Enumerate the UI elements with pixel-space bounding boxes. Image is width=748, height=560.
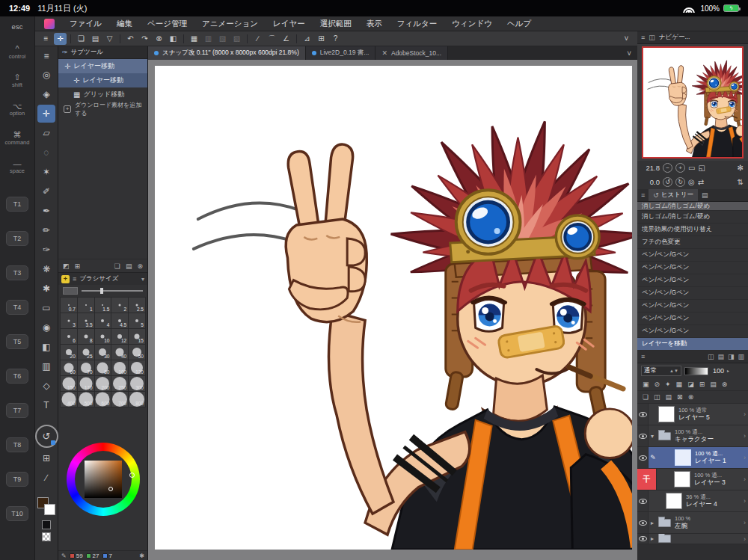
airbrush-tool-icon[interactable]: ❋ xyxy=(37,260,55,278)
decoration-tool-icon[interactable]: ✱ xyxy=(37,280,55,298)
new-raster-layer-icon[interactable]: ❏ xyxy=(643,393,649,401)
slider-handle[interactable] xyxy=(100,288,103,294)
history-entry[interactable]: ペン/ペン/Gペン xyxy=(637,262,748,274)
subtool-panel-tab[interactable]: ✑ サブツール xyxy=(58,46,147,59)
grid-icon[interactable]: ▦ xyxy=(188,33,200,45)
layer-mask-icon[interactable]: ▦ xyxy=(676,381,683,388)
redo-icon[interactable]: ↷ xyxy=(138,33,151,45)
export-icon[interactable]: ▽ xyxy=(103,33,116,45)
layer-row-chevron-icon[interactable]: › xyxy=(744,497,746,505)
fill-icon[interactable]: ◧ xyxy=(167,33,180,45)
history-entry[interactable]: ペン/ペン/Gペン xyxy=(637,287,748,300)
brush-size-cell[interactable]: 20 xyxy=(61,345,78,360)
layer-palette-icon[interactable]: ◫ xyxy=(708,353,714,360)
actual-size-icon[interactable]: ◱ xyxy=(698,163,705,173)
layer-row-chevron-icon[interactable]: › xyxy=(744,519,746,526)
modifier-key[interactable]: ⌥ option xyxy=(10,102,25,117)
lock-transparent-pixel-icon[interactable]: ✦ xyxy=(665,381,671,388)
brush-size-cell[interactable]: 6 xyxy=(61,329,78,345)
menu-item[interactable]: レイヤー xyxy=(266,19,313,29)
brush-size-cell[interactable]: 2 xyxy=(111,298,129,313)
pen-tool-icon[interactable]: ✒ xyxy=(37,202,55,220)
modifier-key[interactable]: ^ control xyxy=(9,45,26,59)
history-menu-icon[interactable]: ≡ xyxy=(641,191,645,199)
figure-tool-icon[interactable]: ◇ xyxy=(37,377,55,395)
t-shortcut-key[interactable]: T5 xyxy=(6,334,28,349)
subtool-view-icon[interactable]: ◩ xyxy=(63,262,70,270)
brush-size-cell[interactable]: 5 xyxy=(129,313,146,329)
layer-row[interactable]: 干 ✎ ▸ 100 % 左腕 › xyxy=(637,512,748,534)
modifier-key[interactable]: ⇧ shift xyxy=(12,73,22,87)
menu-item[interactable]: 編集 xyxy=(109,19,140,29)
clip-studio-logo-icon[interactable] xyxy=(44,19,55,29)
layer-visibility-toggle[interactable]: 干 xyxy=(637,534,649,544)
nav-menu-icon[interactable]: ≡ xyxy=(641,34,645,41)
folder-expand-arrow-icon[interactable]: ▾ xyxy=(649,433,656,440)
brush-size-cell[interactable]: 80 xyxy=(95,360,112,376)
fit-screen-icon[interactable]: ▭ xyxy=(688,163,695,173)
layer-property-icon[interactable]: ▤ xyxy=(717,353,724,360)
subtool-folder-icon[interactable]: ▤ xyxy=(126,262,132,270)
open-icon[interactable]: ▤ xyxy=(89,33,102,45)
history-entry[interactable]: ペン/ペン/Gペン xyxy=(637,274,748,287)
brush-size-cell[interactable]: 250 xyxy=(111,376,129,392)
history-entry[interactable]: フチの色変更 xyxy=(637,236,748,249)
guide-icon[interactable]: ▥ xyxy=(202,33,215,45)
lock-layer-icon[interactable]: ⊘ xyxy=(654,381,660,388)
layer-visibility-toggle[interactable]: 干 xyxy=(637,469,657,490)
menu-item[interactable]: ファイル xyxy=(62,19,109,29)
layer-row[interactable]: 干 ✎ ▾ 100 % 通... キャラクター › xyxy=(637,425,748,447)
merge-below-icon[interactable]: ⊠ xyxy=(677,393,683,401)
gesture-reset-button[interactable]: ↺ xyxy=(35,425,58,448)
history-entry[interactable]: 境界効果の使用切り替え xyxy=(637,224,748,236)
brush-size-slider[interactable] xyxy=(82,290,143,292)
layer-move-tool-icon[interactable]: ✛ xyxy=(37,105,55,123)
figure-icon[interactable]: ⊿ xyxy=(301,33,313,45)
layer-thumbnail[interactable] xyxy=(675,449,691,466)
layer-row-chevron-icon[interactable]: › xyxy=(744,535,746,543)
brush-size-cell[interactable]: 50 xyxy=(129,345,146,360)
layer-visibility-toggle[interactable]: 干 xyxy=(637,512,649,533)
layer-color-icon[interactable]: ▤ xyxy=(710,381,717,388)
subtool-copy-icon[interactable]: ❏ xyxy=(114,262,120,270)
layer-row-chevron-icon[interactable]: › xyxy=(744,454,746,461)
layer-visibility-toggle[interactable]: 干 xyxy=(637,425,649,446)
two-pane-icon[interactable]: ⊗ xyxy=(722,381,728,388)
set-as-draft-icon[interactable]: ⊞ xyxy=(699,381,705,388)
brush-size-cell[interactable]: 120 xyxy=(129,360,146,376)
separator[interactable] xyxy=(296,34,297,43)
brush-size-cell[interactable]: 0.7 xyxy=(61,298,78,313)
layer-row-chevron-icon[interactable]: › xyxy=(744,432,746,440)
history-entry[interactable]: ペン/ペン/Gペン xyxy=(637,325,748,338)
undo-icon[interactable]: ↶ xyxy=(124,33,137,45)
clear-icon[interactable]: ⊗ xyxy=(153,33,165,45)
eraser-tool-icon[interactable]: ▭ xyxy=(37,299,55,317)
brush-size-cell[interactable]: 170 xyxy=(78,376,95,392)
brush-size-cell[interactable]: 40 xyxy=(111,345,129,360)
folder-expand-arrow-icon[interactable]: ▸ xyxy=(649,520,656,526)
layer-row-chevron-icon[interactable]: › xyxy=(744,410,746,418)
subtool-add-icon[interactable]: ⊞ xyxy=(75,262,81,270)
search-layer-icon[interactable]: ▥ xyxy=(738,353,744,360)
object-tool-icon[interactable]: ▱ xyxy=(37,124,55,142)
brush-size-cell[interactable]: 12 xyxy=(111,329,129,345)
brush-size-cell[interactable]: 700 xyxy=(111,392,129,407)
eyedropper-tool-icon[interactable]: ✐ xyxy=(37,182,55,200)
brush-size-cell[interactable]: 2.5 xyxy=(129,298,146,313)
clip-at-layer-below-icon[interactable]: ▣ xyxy=(643,381,649,388)
layer-row[interactable]: 干 ✎ 100 % 通常 レイヤー 5 › xyxy=(637,404,748,425)
flip-horizontal-icon[interactable]: ⇄ xyxy=(698,177,704,187)
menu-item[interactable]: 表示 xyxy=(359,19,390,29)
curve-icon[interactable]: ⌒ xyxy=(266,33,278,45)
mesh-icon[interactable]: ▨ xyxy=(216,33,229,45)
opacity-gradient-slider[interactable] xyxy=(684,367,708,375)
brush-size-cell[interactable]: 25 xyxy=(78,345,95,360)
brush-size-cell[interactable]: 400 xyxy=(61,392,78,407)
navigator-thumbnail[interactable] xyxy=(642,46,744,159)
auto-select-tool-icon[interactable]: ✶ xyxy=(37,163,55,181)
brush-size-cell[interactable]: 60 xyxy=(61,360,78,376)
subtool-item[interactable]: ✛ レイヤー移動 xyxy=(58,73,147,87)
gradient-tool-icon[interactable]: ▥ xyxy=(37,357,55,375)
history-side-tab-icon[interactable]: ▤ xyxy=(702,191,708,199)
material-icon[interactable]: ⊞ xyxy=(315,33,328,45)
